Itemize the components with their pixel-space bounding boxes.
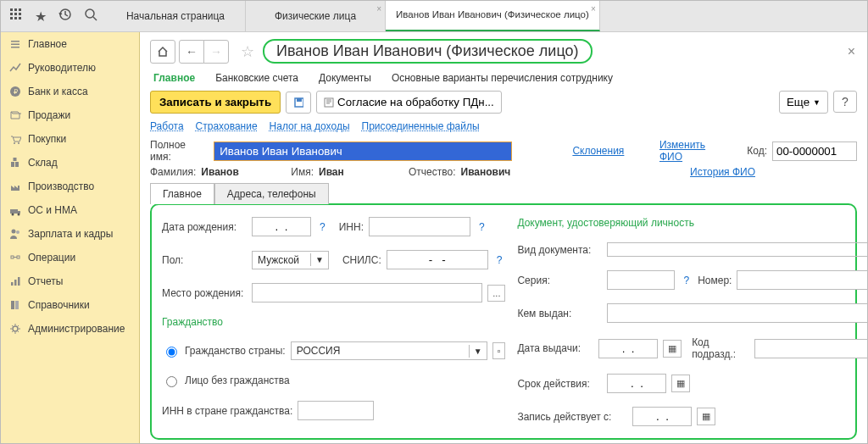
favorite-star-icon[interactable]: ☆ [241, 42, 254, 61]
history-icon[interactable] [58, 8, 72, 25]
citizenship-title: Гражданство [162, 316, 505, 328]
sidebar-item-operations[interactable]: Операции [1, 246, 139, 269]
section-tab-docs[interactable]: Документы [319, 72, 371, 84]
svg-rect-21 [10, 209, 18, 214]
sidebar-item-hr[interactable]: Зарплата и кадры [1, 222, 139, 246]
series-help-icon[interactable]: ? [680, 275, 693, 286]
issue-date-input[interactable] [598, 339, 658, 358]
sidebar-item-manager[interactable]: Руководителю [1, 56, 139, 80]
number-input[interactable] [737, 270, 867, 290]
section-tab-transfer[interactable]: Основные варианты перечисления сотрудник… [392, 72, 613, 84]
link-work[interactable]: Работа [150, 120, 184, 132]
search-icon[interactable] [84, 8, 97, 25]
close-icon[interactable]: × [376, 4, 381, 14]
save-and-close-button[interactable]: Записать и закрыть [150, 91, 281, 114]
forward-button[interactable]: → [203, 40, 229, 64]
stateless-radio[interactable] [166, 376, 177, 387]
close-panel-icon[interactable]: × [848, 44, 855, 59]
dob-help-icon[interactable]: ? [316, 221, 329, 233]
inn-country-input[interactable] [298, 401, 374, 420]
country-select[interactable]: РОССИЯ▼ [291, 341, 487, 360]
calendar-icon[interactable]: ▦ [671, 375, 690, 392]
star-icon[interactable]: ★ [35, 8, 47, 25]
record-from-label: Запись действует с: [517, 411, 627, 423]
sidebar-item-purchases[interactable]: Покупки [1, 127, 139, 151]
link-tax[interactable]: Налог на доходы [270, 120, 350, 132]
sidebar-item-bank[interactable]: ₽Банк и касса [1, 80, 139, 103]
svg-rect-2 [19, 8, 21, 11]
dept-code-input[interactable] [754, 339, 867, 358]
sidebar-item-warehouse[interactable]: Склад [1, 151, 139, 175]
birthplace-input[interactable] [252, 283, 482, 302]
valid-until-input[interactable] [607, 374, 666, 393]
save-button[interactable] [286, 92, 311, 114]
sidebar-item-sales[interactable]: Продажи [1, 103, 139, 127]
svg-rect-4 [14, 13, 17, 15]
stateless-label: Лицо без гражданства [185, 375, 290, 386]
more-button[interactable]: Еще ▼ [779, 91, 828, 114]
link-files[interactable]: Присоединенные файлы [362, 120, 480, 132]
dob-input[interactable] [252, 217, 311, 236]
gender-label: Пол: [162, 254, 247, 266]
tab-person[interactable]: Иванов Иван Иванович (Физическое лицо)× [386, 1, 600, 31]
consent-button[interactable]: Согласие на обработку ПДн... [316, 91, 502, 114]
inn-country-label: ИНН в стране гражданства: [162, 405, 292, 417]
calendar-icon[interactable]: ▦ [697, 408, 715, 425]
link-insurance[interactable]: Страхование [196, 120, 258, 132]
birthplace-more-button[interactable]: ... [487, 285, 505, 302]
home-button[interactable] [150, 40, 175, 64]
svg-rect-0 [10, 8, 13, 11]
series-input[interactable] [607, 270, 675, 290]
code-input[interactable] [772, 142, 857, 161]
inn-help-icon[interactable]: ? [476, 221, 488, 233]
subtab-main[interactable]: Главное [150, 183, 214, 204]
sidebar-item-assets[interactable]: ОС и НМА [1, 198, 139, 222]
snils-help-icon[interactable]: ? [493, 254, 506, 266]
close-icon[interactable]: × [591, 4, 596, 14]
sidebar-item-reports[interactable]: Отчеты [1, 269, 139, 293]
apps-icon[interactable] [9, 8, 23, 25]
tab-home[interactable]: Начальная страница [106, 1, 246, 31]
country-open-button[interactable]: ▫ [492, 342, 506, 359]
main-panel: × ← → ☆ Иванов Иван Иванович (Физическое… [140, 32, 867, 444]
series-label: Серия: [517, 275, 602, 286]
patronymic-label: Отчество: [409, 166, 456, 178]
doc-type-select[interactable]: ▼ [607, 242, 867, 257]
citizenship-country-radio[interactable] [166, 347, 177, 358]
calendar-icon[interactable]: ▦ [663, 340, 682, 358]
issued-by-input[interactable] [607, 303, 867, 323]
snils-input[interactable] [387, 250, 488, 269]
sidebar-item-admin[interactable]: Администрирование [1, 317, 139, 341]
svg-rect-3 [10, 13, 13, 15]
section-tab-bank[interactable]: Банковские счета [215, 72, 298, 84]
declensions-link[interactable]: Склонения [572, 145, 624, 157]
section-tab-main[interactable]: Главное [153, 72, 195, 84]
sidebar-item-main[interactable]: Главное [1, 32, 139, 56]
svg-rect-19 [15, 162, 19, 167]
change-fio-link[interactable]: Изменить ФИО [659, 139, 730, 163]
gender-select[interactable]: Мужской▼ [252, 251, 329, 269]
svg-rect-33 [15, 301, 19, 309]
sidebar: Главное Руководителю ₽Банк и касса Прода… [1, 32, 140, 444]
svg-point-23 [12, 214, 14, 216]
tab-individuals[interactable]: Физические лица× [246, 1, 386, 31]
sidebar-item-production[interactable]: Производство [1, 175, 139, 198]
fullname-input[interactable] [214, 142, 511, 160]
help-button[interactable]: ? [833, 91, 857, 113]
back-button[interactable]: ← [179, 40, 204, 64]
svg-rect-6 [10, 17, 13, 19]
record-from-input[interactable] [632, 407, 692, 426]
birthplace-label: Место рождения: [162, 287, 247, 299]
sidebar-item-catalogs[interactable]: Справочники [1, 293, 139, 317]
citizenship-country-label: Гражданство страны: [185, 345, 286, 357]
subtab-addresses[interactable]: Адреса, телефоны [214, 183, 329, 204]
section-tabs: Главное Банковские счета Документы Основ… [153, 72, 857, 84]
svg-rect-29 [11, 282, 14, 286]
history-fio-link[interactable]: История ФИО [690, 166, 755, 178]
surname-label: Фамилия: [150, 166, 196, 178]
svg-rect-11 [11, 41, 19, 42]
svg-point-10 [86, 9, 94, 18]
inn-input[interactable] [369, 217, 470, 236]
issued-by-label: Кем выдан: [517, 308, 602, 319]
page-title: Иванов Иван Иванович (Физическое лицо) [263, 39, 593, 64]
